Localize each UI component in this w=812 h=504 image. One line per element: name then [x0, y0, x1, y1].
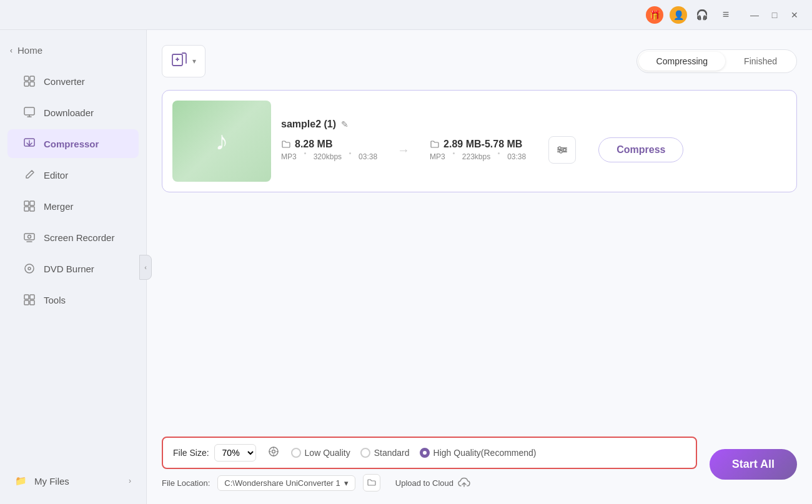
file-location-path[interactable]: C:\Wondershare UniConverter 1 ▾ [217, 475, 355, 491]
my-files-arrow: › [129, 477, 131, 485]
dvd-burner-icon [22, 262, 36, 275]
compressed-bitrate: 223kbps [462, 152, 490, 161]
sidebar-item-dvd-burner[interactable]: DVD Burner [7, 254, 139, 283]
file-thumbnail: ♪ [172, 101, 271, 182]
svg-point-11 [28, 235, 31, 239]
home-label: Home [17, 45, 42, 56]
file-location-label: File Location: [162, 478, 210, 488]
cloud-upload-icon [457, 477, 471, 488]
quality-high-label: High Quality(Recommend) [433, 448, 537, 458]
sidebar-item-downloader[interactable]: Downloader [7, 98, 139, 127]
tab-finished[interactable]: Finished [726, 52, 795, 71]
tab-finished-label: Finished [744, 56, 777, 66]
quality-low-label: Low Quality [305, 448, 350, 458]
original-size-value: 8.28 MB [295, 139, 332, 150]
sidebar-item-converter[interactable]: Converter [7, 67, 139, 96]
compress-button[interactable]: Compress [598, 137, 683, 162]
svg-point-12 [25, 264, 34, 273]
main-content: ▾ Compressing Finished ♪ sample2 (1) ✎ [147, 30, 812, 504]
user-icon[interactable]: 👤 [670, 6, 687, 24]
start-all-label: Start All [732, 458, 775, 470]
upload-cloud-label: Upload to Cloud [395, 478, 453, 488]
browse-folder-button[interactable] [363, 474, 380, 492]
converter-icon [22, 74, 36, 88]
headset-icon[interactable]: 🎧 [693, 6, 711, 24]
bottom-main-row: File Size: 70% 50% 30% 90% [162, 437, 797, 492]
quality-settings-icon[interactable] [267, 445, 280, 461]
start-all-button[interactable]: Start All [710, 449, 797, 480]
my-files-label: My Files [34, 476, 69, 487]
radio-standard-circle [360, 448, 370, 458]
sidebar-item-compressor[interactable]: Compressor [7, 129, 139, 158]
original-duration: 03:38 [359, 152, 377, 161]
folder-compressed-icon [430, 139, 440, 149]
svg-point-24 [560, 151, 562, 153]
dot1 [304, 152, 306, 154]
titlebar-icons: 🎁 👤 🎧 ≡ [646, 6, 735, 24]
upload-cloud-button[interactable]: Upload to Cloud [395, 477, 471, 488]
add-files-chevron: ▾ [192, 57, 196, 66]
svg-rect-2 [24, 82, 29, 86]
merger-label: Merger [44, 201, 74, 212]
folder-icon [281, 139, 291, 149]
original-size: 8.28 MB [281, 139, 377, 150]
app-body: ‹ Home Converter Downloader [0, 30, 812, 504]
file-size-control: File Size: 70% 50% 30% 90% [173, 444, 256, 462]
add-files-button[interactable]: ▾ [162, 45, 205, 77]
editor-label: Editor [44, 170, 68, 180]
folder-browse-icon [367, 478, 377, 488]
music-note-icon: ♪ [215, 126, 229, 156]
compressor-icon [22, 137, 36, 151]
edit-filename-icon[interactable]: ✎ [341, 119, 349, 129]
quality-high[interactable]: High Quality(Recommend) [420, 448, 537, 458]
sidebar-item-merger[interactable]: Merger [7, 192, 139, 220]
svg-rect-9 [30, 207, 34, 211]
quality-low[interactable]: Low Quality [291, 448, 350, 458]
editor-icon [22, 168, 36, 182]
location-dropdown-icon: ▾ [344, 478, 349, 488]
sidebar-item-editor[interactable]: Editor [7, 161, 139, 189]
quality-radio-group: Low Quality Standard High Quality(Recomm… [291, 448, 537, 458]
dot2 [349, 152, 351, 154]
sidebar-item-tools[interactable]: Tools [7, 285, 139, 314]
svg-point-13 [28, 267, 31, 270]
svg-rect-10 [24, 234, 34, 240]
svg-rect-16 [24, 300, 29, 305]
downloader-icon [22, 106, 36, 119]
maximize-button[interactable]: □ [767, 7, 782, 22]
svg-point-23 [563, 149, 566, 151]
gift-icon[interactable]: 🎁 [646, 6, 663, 24]
file-info: sample2 (1) ✎ 8.28 MB MP3 [281, 119, 786, 164]
arrow-right-icon: → [397, 143, 410, 157]
sidebar-item-screen-recorder[interactable]: Screen Recorder [7, 223, 139, 252]
bottom-controls: File Size: 70% 50% 30% 90% [147, 427, 812, 504]
menu-icon[interactable]: ≡ [717, 6, 735, 24]
svg-rect-3 [30, 82, 34, 86]
quality-standard-label: Standard [374, 448, 410, 458]
add-files-icon [171, 51, 189, 72]
collapse-sidebar-button[interactable]: ‹ [139, 255, 152, 280]
compressed-size: 2.89 MB-5.78 MB [430, 139, 526, 150]
quality-standard[interactable]: Standard [360, 448, 410, 458]
compressed-details: 2.89 MB-5.78 MB MP3 223kbps 03:38 [430, 139, 526, 161]
file-name: sample2 (1) [281, 119, 336, 130]
sidebar-home[interactable]: ‹ Home [0, 40, 146, 66]
my-files-item[interactable]: 📁 My Files › [0, 468, 146, 494]
svg-rect-14 [24, 295, 29, 299]
file-size-select[interactable]: 70% 50% 30% 90% [214, 444, 256, 462]
compression-settings-button[interactable] [548, 136, 576, 164]
file-size-label: File Size: [173, 448, 209, 458]
svg-rect-17 [30, 300, 34, 305]
tab-compressing[interactable]: Compressing [639, 52, 725, 71]
quality-row: File Size: 70% 50% 30% 90% [162, 437, 697, 469]
tab-bar: Compressing Finished [636, 49, 797, 73]
close-button[interactable]: ✕ [787, 7, 802, 22]
compressed-duration: 03:38 [507, 152, 526, 161]
svg-rect-7 [30, 201, 34, 205]
compressed-format: MP3 [430, 152, 445, 161]
top-toolbar: ▾ Compressing Finished [162, 45, 797, 77]
original-format: MP3 [281, 152, 297, 161]
minimize-button[interactable]: — [747, 7, 762, 22]
svg-rect-15 [30, 295, 34, 299]
radio-low-circle [291, 448, 301, 458]
